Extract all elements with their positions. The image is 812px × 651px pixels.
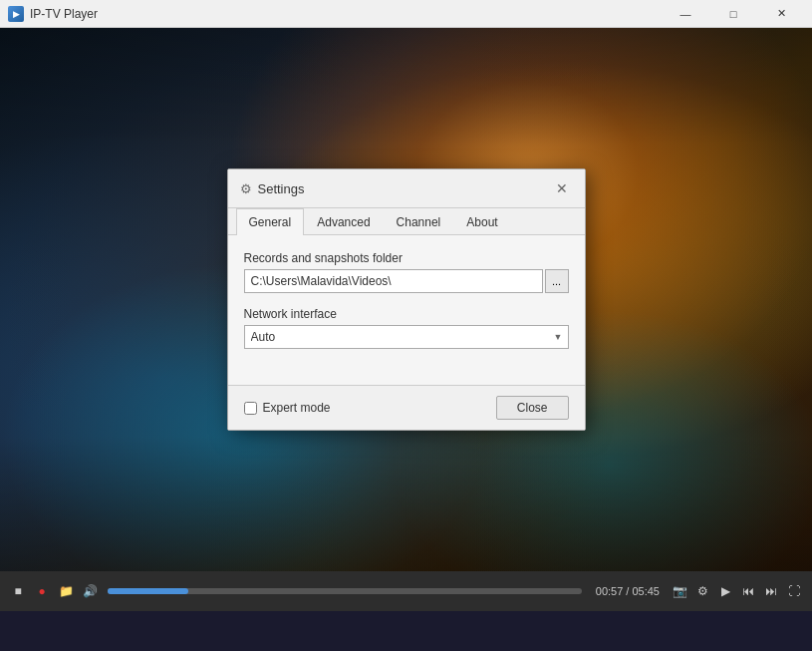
- expert-mode-text: Expert mode: [263, 401, 331, 415]
- screenshot-icon: 📷: [673, 584, 687, 598]
- play-icon: ▶: [721, 584, 730, 598]
- dialog-content: Records and snapshots folder ... Network…: [228, 235, 585, 385]
- fullscreen-icon: ⛶: [788, 584, 800, 598]
- expert-mode-checkbox[interactable]: [244, 402, 257, 415]
- settings-dialog: ⚙ Settings ✕ General Advanced Channel Ab…: [227, 168, 586, 431]
- record-button[interactable]: ●: [32, 581, 52, 601]
- gear-icon: ⚙: [697, 584, 708, 598]
- expert-mode-label[interactable]: Expert mode: [244, 401, 331, 415]
- tab-advanced[interactable]: Advanced: [304, 208, 383, 235]
- next-button[interactable]: ⏭: [761, 581, 781, 601]
- maximize-button[interactable]: □: [710, 0, 756, 28]
- stop-button[interactable]: ■: [8, 581, 28, 601]
- tab-general[interactable]: General: [236, 208, 305, 235]
- window-controls: — □ ✕: [663, 0, 804, 28]
- screenshot-button[interactable]: 📷: [670, 581, 689, 601]
- dialog-title: Settings: [258, 181, 545, 196]
- controls-bar: ■ ● 📁 🔊 00:57 / 05:45 📷 ⚙ ▶: [0, 571, 812, 611]
- dialog-footer: Expert mode Close: [228, 385, 585, 430]
- minimize-button[interactable]: —: [663, 0, 708, 28]
- app-icon: ▶: [8, 6, 24, 22]
- dialog-close-button[interactable]: ✕: [551, 177, 573, 199]
- video-area: ⚙ Settings ✕ General Advanced Channel Ab…: [0, 28, 812, 611]
- records-label: Records and snapshots folder: [244, 251, 569, 265]
- tab-channel[interactable]: Channel: [384, 208, 454, 235]
- right-controls: 📷 ⚙ ▶ ⏮ ⏭ ⛶: [670, 581, 804, 601]
- network-select-wrapper: Auto: [244, 325, 569, 349]
- time-display: 00:57 / 05:45: [596, 585, 660, 597]
- prev-button[interactable]: ⏮: [738, 581, 758, 601]
- close-dialog-button[interactable]: Close: [496, 396, 569, 420]
- settings-button[interactable]: ⚙: [692, 581, 712, 601]
- network-label: Network interface: [244, 307, 569, 321]
- dialog-title-bar: ⚙ Settings ✕: [228, 169, 585, 208]
- network-select[interactable]: Auto: [244, 325, 569, 349]
- volume-icon: 🔊: [83, 584, 98, 598]
- tab-bar: General Advanced Channel About: [228, 208, 585, 235]
- app-title: IP-TV Player: [30, 7, 663, 21]
- records-field-row: ...: [244, 269, 569, 293]
- next-icon: ⏭: [765, 584, 777, 598]
- open-button[interactable]: 📁: [56, 581, 76, 601]
- open-icon: 📁: [59, 584, 74, 598]
- prev-icon: ⏮: [742, 584, 754, 598]
- title-bar: ▶ IP-TV Player — □ ✕: [0, 0, 812, 28]
- record-icon: ●: [38, 584, 45, 598]
- play-button[interactable]: ▶: [715, 581, 735, 601]
- progress-fill: [108, 588, 188, 594]
- dialog-overlay: ⚙ Settings ✕ General Advanced Channel Ab…: [0, 28, 812, 571]
- records-input[interactable]: [244, 269, 543, 293]
- browse-button[interactable]: ...: [545, 269, 569, 293]
- tab-about[interactable]: About: [453, 208, 510, 235]
- progress-bar[interactable]: [108, 588, 582, 594]
- network-select-row: Auto: [244, 325, 569, 349]
- stop-icon: ■: [14, 584, 21, 598]
- close-button[interactable]: ✕: [758, 0, 804, 28]
- settings-icon: ⚙: [240, 181, 252, 196]
- fullscreen-button[interactable]: ⛶: [784, 581, 804, 601]
- volume-button[interactable]: 🔊: [80, 581, 100, 601]
